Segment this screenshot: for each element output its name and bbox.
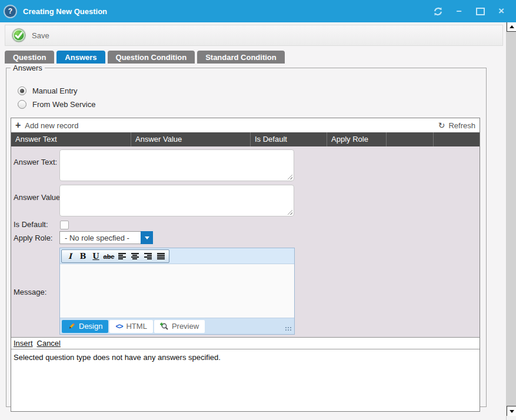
align-center-button[interactable]: [128, 251, 141, 262]
grid-empty-message: Selected question type does not have any…: [11, 349, 480, 411]
editor-mode-html[interactable]: <> HTML: [109, 320, 152, 333]
align-left-icon: [118, 253, 126, 259]
answers-legend: Answers: [11, 64, 45, 72]
editor-mode-design-label: Design: [79, 322, 102, 331]
underline-button[interactable]: U: [89, 251, 102, 262]
code-brackets-icon: <>: [115, 322, 122, 331]
radio-from-web-service-label: From Web Service: [32, 100, 95, 109]
apply-role-selected-value: - No role specfied -: [59, 231, 141, 244]
maximize-icon: [476, 8, 485, 15]
command-toolbar: Save: [5, 25, 503, 46]
justify-button[interactable]: [154, 251, 167, 262]
column-header-is-default[interactable]: Is Default: [251, 132, 327, 146]
message-editor: I B U abe: [59, 248, 295, 335]
editor-toolbar-group: I B U abe: [61, 249, 169, 263]
is-default-checkbox[interactable]: [60, 221, 69, 229]
tab-strip: Question Answers Question Condition Stan…: [5, 51, 285, 64]
answer-value-label: Answer Value:: [14, 193, 62, 202]
answer-text-label: Answer Text:: [14, 158, 57, 166]
editor-mode-design[interactable]: Design: [62, 320, 108, 333]
strikethrough-button[interactable]: abe: [102, 251, 115, 262]
minimize-button[interactable]: –: [454, 6, 464, 16]
refresh-window-icon[interactable]: [432, 6, 443, 16]
radio-manual-entry[interactable]: Manual Entry: [18, 86, 78, 95]
is-default-label: Is Default:: [14, 220, 48, 229]
edit-form-actions: Insert Cancel: [11, 338, 480, 349]
column-header-answer-text[interactable]: Answer Text: [11, 132, 131, 146]
tab-question[interactable]: Question: [5, 51, 54, 64]
save-check-icon: [11, 28, 26, 43]
arrow-down-icon: [510, 410, 514, 413]
editor-resize-grip[interactable]: [284, 326, 291, 331]
bold-button[interactable]: B: [76, 251, 89, 262]
grid-command-row: + Add new record ↻ Refresh: [11, 118, 480, 132]
refresh-icon: ↻: [438, 121, 445, 129]
answers-grid: + Add new record ↻ Refresh Answer Text A…: [11, 118, 480, 412]
editor-mode-preview[interactable]: Preview: [154, 320, 205, 333]
titlebar: ? Creating New Question – ×: [0, 0, 516, 22]
grid-edit-form: Answer Text: Answer Value: Is Default: A…: [11, 146, 480, 338]
message-edit-area[interactable]: [60, 264, 294, 318]
apply-role-label: Apply Role:: [14, 234, 52, 242]
radio-button-icon: [18, 100, 26, 109]
add-new-record-label: Add new record: [25, 121, 78, 130]
scroll-down-button[interactable]: [507, 406, 516, 416]
grid-header-row: Answer Text Answer Value Is Default Appl…: [11, 132, 480, 146]
refresh-grid-button[interactable]: ↻ Refresh: [438, 121, 475, 130]
align-left-button[interactable]: [115, 251, 128, 262]
message-label: Message:: [14, 288, 46, 296]
maximize-button[interactable]: [475, 6, 485, 16]
answer-value-field-wrap: [59, 185, 294, 216]
refresh-label: Refresh: [448, 121, 475, 130]
window-controls: – ×: [432, 6, 507, 16]
magnifier-plus-icon: [160, 322, 168, 331]
editor-mode-preview-label: Preview: [172, 322, 199, 331]
insert-link[interactable]: Insert: [14, 339, 33, 348]
answers-fieldset: Answers Manual Entry From Web Service + …: [6, 64, 487, 407]
column-header-empty: [387, 132, 434, 146]
scroll-up-button[interactable]: [507, 22, 516, 32]
vertical-scrollbar: [506, 22, 516, 420]
justify-icon: [157, 253, 165, 259]
cancel-link[interactable]: Cancel: [37, 339, 61, 348]
align-right-icon: [144, 253, 152, 259]
save-label: Save: [32, 31, 49, 40]
scrollbar-track[interactable]: [507, 32, 516, 406]
chevron-down-icon: [145, 236, 149, 239]
dropdown-button[interactable]: [141, 231, 153, 244]
save-button[interactable]: Save: [11, 28, 49, 43]
column-header-empty: [434, 132, 480, 146]
close-button[interactable]: ×: [496, 6, 507, 16]
editor-toolbar: I B U abe: [60, 248, 294, 264]
align-center-icon: [131, 253, 139, 259]
radio-from-web-service[interactable]: From Web Service: [18, 100, 95, 109]
answer-text-field-wrap: [59, 149, 294, 181]
pencil-icon: [68, 322, 75, 330]
column-header-answer-value[interactable]: Answer Value: [131, 132, 251, 146]
window-title: Creating New Question: [23, 7, 107, 16]
tab-answers[interactable]: Answers: [56, 51, 105, 64]
column-header-apply-role[interactable]: Apply Role: [327, 132, 387, 146]
radio-button-icon: [18, 86, 26, 95]
arrow-up-icon: [510, 25, 514, 28]
add-new-record-button[interactable]: + Add new record: [15, 121, 78, 130]
answer-text-field[interactable]: [59, 149, 294, 181]
editor-mode-html-label: HTML: [126, 322, 147, 331]
radio-manual-entry-label: Manual Entry: [32, 86, 78, 95]
help-icon[interactable]: ?: [5, 6, 16, 17]
plus-icon: +: [15, 121, 21, 129]
tab-question-condition[interactable]: Question Condition: [108, 51, 195, 64]
italic-button[interactable]: I: [64, 251, 76, 262]
align-right-button[interactable]: [141, 251, 154, 262]
apply-role-dropdown[interactable]: - No role specfied -: [59, 231, 153, 244]
refresh-window-icon: [433, 6, 443, 16]
dialog-window: ? Creating New Question – ×: [0, 0, 516, 420]
editor-mode-bar: Design <> HTML: [60, 318, 294, 334]
tab-standard-condition[interactable]: Standard Condition: [197, 51, 285, 64]
answer-value-field[interactable]: [59, 185, 294, 216]
